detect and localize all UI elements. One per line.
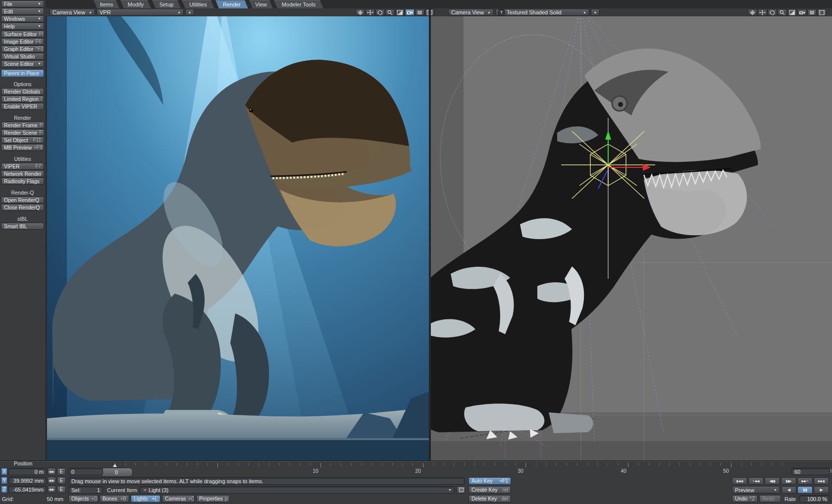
chevron-down-icon: ▼: [594, 11, 597, 14]
rotate-icon[interactable]: [375, 9, 385, 16]
current-item-dropdown[interactable]: ◄ Light (3) ▼: [140, 486, 455, 494]
sidebar-tool-button[interactable]: Network Render: [1, 170, 44, 177]
item-type-button[interactable]: Cameras +C: [162, 495, 195, 503]
envelope-button[interactable]: E: [57, 468, 66, 475]
redo-button[interactable]: Redo: [759, 495, 781, 503]
undo-button[interactable]: Undo ^Z: [732, 495, 758, 503]
envelope-button[interactable]: E: [57, 486, 66, 493]
menu-icon[interactable]: [807, 9, 817, 16]
item-type-button[interactable]: Objects +O: [68, 495, 98, 503]
transport-button[interactable]: ▶▶▮: [814, 477, 829, 485]
axis-value-field[interactable]: 39.9992 mm: [8, 477, 47, 484]
tab-bar: Items Modify Setup Utilities Render View…: [46, 0, 832, 8]
render-mode-dropdown[interactable]: T Textured Shaded Solid ▼: [495, 9, 589, 16]
viewport-options-dropdown[interactable]: ▼: [185, 9, 194, 16]
sidebar-tool-button[interactable]: Limited Region l: [1, 96, 44, 102]
move-icon[interactable]: [356, 9, 365, 16]
sidebar-tool-button[interactable]: Radiosity Flags: [1, 178, 44, 185]
view-type-dropdown[interactable]: Camera View ▼: [448, 9, 494, 16]
frame-icon[interactable]: [817, 9, 827, 16]
timeline-ruler[interactable]: 10 20 30 40 50 60: [105, 463, 788, 476]
sidebar-tool-button[interactable]: Smart IBL: [1, 223, 44, 230]
pan-icon[interactable]: [365, 9, 375, 16]
pause-button[interactable]: ▮▮: [797, 486, 813, 494]
chevron-down-icon: ▼: [86, 11, 92, 14]
key-button[interactable]: Create Key ret: [468, 486, 511, 494]
sidebar-tool-button[interactable]: Enable VIPER: [1, 103, 44, 110]
timeline-slider-handle[interactable]: 0: [100, 468, 133, 477]
axis-row: X 0 m ◀▶ E: [0, 468, 67, 475]
menu-button[interactable]: Windows ▼: [1, 15, 44, 22]
axis-stepper[interactable]: ◀▶: [48, 468, 56, 475]
transport-button[interactable]: ▮▮▶: [781, 477, 796, 485]
item-type-button[interactable]: Properties p: [196, 495, 230, 503]
axis-badge[interactable]: Y: [1, 477, 7, 484]
sidebar-tool-button[interactable]: Graph Editor ^F2: [1, 46, 44, 52]
view-type-dropdown[interactable]: Camera View ▼: [50, 9, 95, 16]
key-button[interactable]: Auto Key +F1: [468, 477, 511, 485]
menu-button[interactable]: Edit ▼: [1, 8, 44, 15]
envelope-button[interactable]: E: [57, 477, 66, 484]
render-mode-dropdown[interactable]: VPR ▼: [97, 9, 184, 16]
transport-button[interactable]: ◀▮▮: [765, 477, 780, 485]
menu-button[interactable]: Help ▼: [1, 23, 44, 30]
transport-button[interactable]: ▮◀◀: [732, 477, 747, 485]
sidebar-tool-button[interactable]: Open RenderQ: [1, 197, 44, 203]
chevron-down-icon: ▼: [448, 488, 452, 492]
sidebar-tool-button[interactable]: Render Frame F9: [1, 122, 44, 129]
main-tab[interactable]: Modify: [120, 0, 151, 8]
main-tab[interactable]: Items: [94, 0, 119, 8]
current-frame-field[interactable]: 0: [68, 468, 103, 475]
zoom-icon[interactable]: [385, 9, 395, 16]
viewport-options-dropdown[interactable]: ▼: [591, 9, 600, 16]
item-type-button[interactable]: Lights +L: [131, 495, 160, 503]
sidebar-tool-button[interactable]: Image Editor F6: [1, 38, 44, 45]
sidebar-tool-button[interactable]: Render Globals: [1, 88, 44, 95]
main-tab[interactable]: View: [249, 0, 273, 8]
chevron-down-icon: ▼: [38, 1, 41, 7]
play-reverse-button[interactable]: ◀: [781, 486, 796, 494]
axis-badge[interactable]: X: [1, 468, 7, 475]
sidebar-tool-button[interactable]: Render Scene F10: [1, 129, 44, 136]
pan-icon[interactable]: [758, 9, 767, 16]
transport-button[interactable]: ▶▶+: [797, 477, 813, 485]
axis-value-field[interactable]: -65.0419mm: [8, 486, 47, 493]
item-type-button[interactable]: Bones +B: [100, 495, 129, 503]
axis-stepper[interactable]: ◀▶: [48, 486, 56, 493]
main-tab[interactable]: Render: [215, 0, 248, 8]
item-list-button[interactable]: [457, 486, 466, 494]
sidebar-tool-button[interactable]: MB Preview +F9: [1, 144, 44, 151]
end-frame-field[interactable]: 60: [791, 468, 830, 475]
main-tab[interactable]: Modeler Tools: [274, 0, 323, 8]
transport-button[interactable]: +◀◀: [748, 477, 764, 485]
sidebar-tool-button[interactable]: Scene Editor ▼: [1, 60, 44, 67]
left-viewport-vpr-render[interactable]: [47, 16, 429, 460]
sidebar-tool-button[interactable]: Close RenderQ: [1, 204, 44, 211]
preview-dropdown[interactable]: Preview ▼: [732, 486, 780, 494]
rate-value-field[interactable]: 100.0 %: [799, 495, 830, 503]
sidebar-tool-button[interactable]: VIPER F7: [1, 163, 44, 170]
main-tab[interactable]: Utilities: [182, 0, 214, 8]
zoom-icon[interactable]: [778, 9, 787, 16]
axis-badge[interactable]: Z: [1, 486, 7, 493]
key-button[interactable]: Delete Key del: [468, 495, 511, 503]
move-icon[interactable]: [748, 9, 757, 16]
axis-value-field[interactable]: 0 m: [8, 468, 47, 475]
axis-stepper[interactable]: ◀▶: [48, 477, 56, 484]
maximize-icon[interactable]: [395, 9, 405, 16]
rotate-icon[interactable]: [768, 9, 777, 16]
chevron-down-icon: ▼: [188, 11, 192, 14]
maximize-icon[interactable]: [787, 9, 797, 16]
menu-icon[interactable]: [415, 9, 424, 16]
menu-button[interactable]: File ▼: [1, 0, 44, 7]
camera-icon[interactable]: [797, 9, 807, 16]
right-viewport-shaded-view[interactable]: [431, 16, 832, 460]
play-forward-button[interactable]: ▶: [814, 486, 829, 494]
sidebar-tool-button[interactable]: Surface Editor F5: [1, 31, 44, 38]
timeline-frame-label: 20: [408, 468, 428, 474]
camera-icon[interactable]: [405, 9, 415, 16]
sidebar-tool-button[interactable]: Sel Object F11: [1, 137, 44, 144]
main-tab[interactable]: Setup: [152, 0, 181, 8]
sidebar-tool-button[interactable]: Virtual Studio: [1, 53, 44, 60]
parent-in-place-button[interactable]: Parent in Place: [1, 69, 44, 77]
